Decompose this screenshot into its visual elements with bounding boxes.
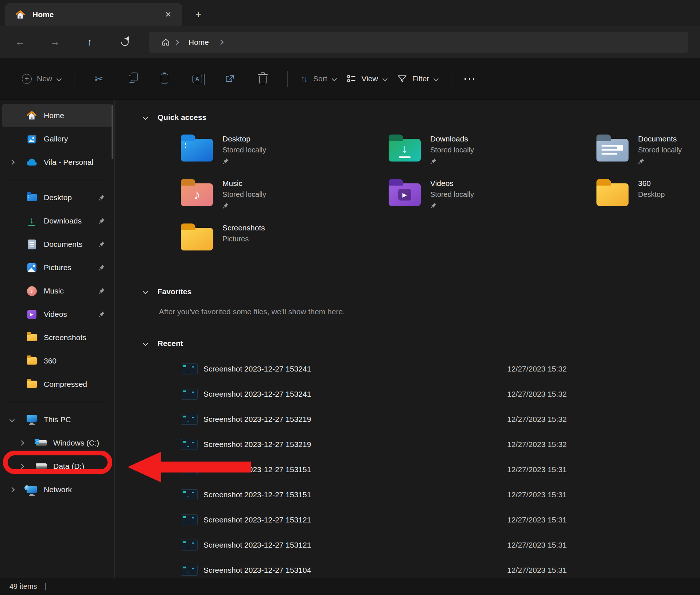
chevron-down-icon[interactable] xyxy=(9,417,15,422)
pin-icon xyxy=(98,311,105,318)
tab-close-icon[interactable]: ✕ xyxy=(161,9,175,20)
chevron-down-icon xyxy=(382,76,388,81)
file-list-area: Quick access Desktop Stored locally ↓ Do… xyxy=(115,100,700,578)
sidebar-item-screenshots[interactable]: Screenshots xyxy=(2,326,112,349)
recent-file-row[interactable]: Screenshot 2023-12-27 153241 12/27/2023 … xyxy=(115,356,700,381)
share-button[interactable] xyxy=(224,73,236,85)
new-button[interactable]: New xyxy=(17,70,66,88)
pin-icon xyxy=(98,194,105,201)
sidebar-item-network[interactable]: Network xyxy=(2,478,112,501)
folder-icon xyxy=(181,228,213,250)
view-list-icon xyxy=(346,74,357,84)
sidebar-item-compressed[interactable]: Compressed xyxy=(2,373,112,396)
windows-drive-icon xyxy=(36,440,47,446)
tile-music[interactable]: ♪ Music Stored locally xyxy=(181,178,389,223)
chevron-down-icon xyxy=(331,76,337,81)
recent-file-row[interactable]: Screenshot 2023-12-27 153219 12/27/2023 … xyxy=(115,407,700,432)
collapse-chevron-icon[interactable] xyxy=(143,115,148,120)
breadcrumb: Home xyxy=(149,32,688,53)
home-icon xyxy=(15,10,25,20)
recent-file-row[interactable]: Screenshot 2023-12-27 153121 12/27/2023 … xyxy=(115,532,700,557)
pin-icon xyxy=(430,158,474,164)
filter-funnel-icon xyxy=(397,74,407,84)
section-quick-access: Quick access xyxy=(144,110,700,125)
desktop-folder-icon xyxy=(27,194,37,201)
command-toolbar: New ✂ ↑↓ Sort View Filter xyxy=(0,58,700,100)
screenshot-thumbnail xyxy=(181,414,198,425)
recent-file-row[interactable]: Screenshot 2023-12-27 153241 12/27/2023 … xyxy=(115,381,700,407)
tile-documents[interactable]: Documents Stored locally xyxy=(596,134,700,178)
favorites-empty-message: After you've favorited some files, we'll… xyxy=(159,307,700,316)
filter-button[interactable]: Filter xyxy=(392,70,443,88)
tab-home[interactable]: Home ✕ xyxy=(5,3,182,26)
back-button[interactable]: ← xyxy=(11,34,28,51)
sidebar-item-downloads[interactable]: ↓ Downloads xyxy=(2,209,112,233)
status-bar: 49 items xyxy=(0,578,700,595)
globe-icon xyxy=(24,485,30,490)
tile-desktop[interactable]: Desktop Stored locally xyxy=(181,134,389,178)
sidebar-item-home[interactable]: Home xyxy=(2,104,112,127)
pictures-icon xyxy=(27,263,36,272)
more-options-button[interactable] xyxy=(463,73,475,85)
section-title: Quick access xyxy=(158,113,206,122)
sidebar-item-gallery[interactable]: Gallery xyxy=(2,127,112,151)
sidebar-item-videos[interactable]: Videos xyxy=(2,303,112,326)
annotation-arrow-shaft xyxy=(160,462,251,472)
up-button[interactable]: ↑ xyxy=(81,34,98,51)
sort-button[interactable]: ↑↓ Sort xyxy=(296,71,341,87)
folder-icon xyxy=(27,381,37,388)
new-tab-button[interactable]: + xyxy=(190,7,207,22)
pin-icon xyxy=(222,202,266,209)
paste-icon xyxy=(161,74,168,83)
view-button[interactable]: View xyxy=(341,70,392,88)
sidebar-item-onedrive[interactable]: Vila - Personal xyxy=(2,151,112,174)
downloads-icon: ↓ xyxy=(27,216,36,226)
section-favorites: Favorites xyxy=(144,284,700,299)
pin-icon xyxy=(98,218,105,224)
sidebar-divider xyxy=(8,180,106,180)
cut-button[interactable]: ✂ xyxy=(93,73,105,85)
sidebar-item-documents[interactable]: Documents xyxy=(2,233,112,256)
recent-file-row[interactable]: Screenshot 2023-12-27 153104 12/27/2023 … xyxy=(115,557,700,578)
recent-file-row[interactable]: Screenshot 2023-12-27 153121 12/27/2023 … xyxy=(115,507,700,532)
sidebar-item-music[interactable]: Music xyxy=(2,279,112,303)
breadcrumb-home-icon[interactable] xyxy=(161,38,170,47)
sidebar-divider xyxy=(8,402,106,402)
chevron-right-icon[interactable] xyxy=(9,487,15,492)
tile-videos[interactable]: ▶ Videos Stored locally xyxy=(389,178,596,223)
scissors-icon: ✂ xyxy=(94,73,103,85)
downloads-folder-icon: ↓ xyxy=(389,139,421,162)
rename-button[interactable] xyxy=(191,73,203,85)
copy-button[interactable] xyxy=(125,73,138,85)
recent-file-row[interactable]: Screenshot 2023-12-27 153151 12/27/2023 … xyxy=(115,482,700,507)
folder-icon xyxy=(27,357,37,365)
share-icon xyxy=(225,74,235,84)
plus-circle-icon xyxy=(22,74,32,84)
recent-file-row[interactable]: Screenshot 2023-12-27 153219 12/27/2023 … xyxy=(115,432,700,457)
chevron-right-icon[interactable] xyxy=(9,160,15,165)
navigation-bar: ← → ↑ Home xyxy=(0,26,700,58)
sidebar-item-this-pc[interactable]: This PC xyxy=(2,408,112,431)
this-pc-icon xyxy=(27,415,37,422)
breadcrumb-segment-home[interactable]: Home xyxy=(185,36,213,48)
collapse-chevron-icon[interactable] xyxy=(143,289,148,294)
tile-downloads[interactable]: ↓ Downloads Stored locally xyxy=(389,134,596,178)
chevron-right-icon[interactable] xyxy=(19,440,24,446)
delete-button[interactable] xyxy=(257,73,269,85)
screenshot-thumbnail xyxy=(181,514,198,525)
sidebar-item-pictures[interactable]: Pictures xyxy=(2,256,112,279)
pin-icon xyxy=(638,158,682,164)
pin-icon xyxy=(98,241,105,248)
paste-button[interactable] xyxy=(158,73,171,85)
music-folder-icon: ♪ xyxy=(181,183,213,206)
music-icon xyxy=(27,286,37,296)
tile-screenshots[interactable]: Screenshots Pictures xyxy=(181,223,389,267)
tile-360[interactable]: 360 Desktop xyxy=(596,178,700,223)
forward-button[interactable]: → xyxy=(46,34,63,51)
documents-folder-icon xyxy=(596,139,629,162)
refresh-button[interactable] xyxy=(116,34,133,51)
sidebar-item-360[interactable]: 360 xyxy=(2,349,112,373)
sidebar-scrollbar-thumb[interactable] xyxy=(112,105,113,159)
sidebar-item-desktop[interactable]: Desktop xyxy=(2,186,112,209)
collapse-chevron-icon[interactable] xyxy=(143,341,148,346)
